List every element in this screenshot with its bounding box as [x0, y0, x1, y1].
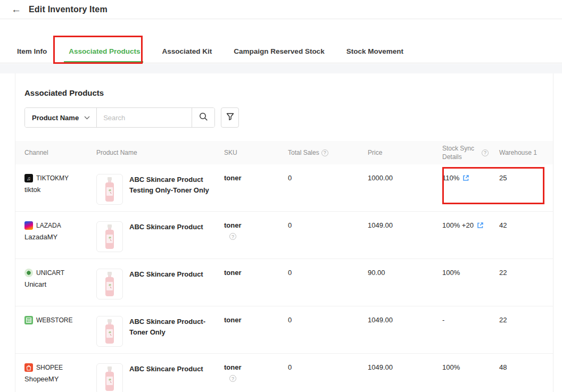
tabs-bar: Item Info Associated Products Associated… — [0, 19, 562, 63]
tab-item-info[interactable]: Item Info — [17, 47, 47, 55]
tab-associated-kit[interactable]: Associated Kit — [162, 47, 212, 55]
channel-cell: SHOPEE ShopeeMY — [15, 354, 96, 389]
channel-cell: ♫ TIKTOKMY tiktok — [15, 164, 96, 200]
search-input[interactable] — [97, 108, 192, 127]
sku-cell: toner — [224, 306, 288, 330]
filter-button[interactable] — [221, 107, 239, 128]
external-link-icon[interactable] — [462, 174, 469, 181]
price-cell: 1000.00 — [368, 164, 442, 188]
product-image — [96, 316, 123, 347]
sku-cell: toner ? — [224, 212, 288, 246]
tiktok-icon: ♫ — [24, 174, 33, 182]
warehouse1-cell: 22 — [499, 259, 554, 283]
channel-code: SHOPEE — [36, 364, 63, 371]
channel-code: LAZADA — [36, 222, 61, 229]
search-button[interactable] — [192, 108, 214, 127]
price-cell: 1049.00 — [368, 354, 442, 378]
search-field-value: Product Name — [32, 114, 79, 122]
search-field-select[interactable]: Product Name — [25, 108, 97, 127]
store-name: tiktok — [24, 186, 92, 194]
product-name-link[interactable]: ABC Skincare Product — [129, 221, 203, 252]
product-image — [96, 221, 123, 252]
table-row: SHOPEE ShopeeMY ABC Skincare Product ton… — [15, 354, 553, 392]
product-name-link[interactable]: ABC Skincare Product-Toner Only — [129, 316, 217, 347]
channel-code: UNICART — [36, 269, 64, 277]
total-sales-cell: 0 — [288, 212, 368, 236]
channel-cell: WEBSTORE — [15, 306, 96, 331]
channel-code: WEBSTORE — [36, 316, 72, 324]
total-sales-cell: 0 — [288, 259, 368, 283]
total-sales-cell: 0 — [288, 306, 368, 330]
webstore-icon — [24, 316, 33, 324]
product-cell: ABC Skincare Product — [96, 259, 224, 306]
filter-funnel-icon — [226, 113, 234, 123]
price-cell: 1049.00 — [368, 306, 442, 330]
store-name: Unicart — [24, 280, 92, 288]
product-name-link[interactable]: ABC Skincare Product Testing Only-Toner … — [129, 174, 217, 205]
help-icon[interactable]: ? — [229, 375, 236, 382]
tab-stock-movement[interactable]: Stock Movement — [346, 47, 403, 55]
product-image — [96, 363, 123, 392]
col-header-warehouse-1: Warehouse 1 — [499, 145, 554, 160]
sku-cell: toner — [224, 259, 288, 283]
store-name: ShopeeMY — [24, 375, 92, 383]
lazada-icon — [24, 221, 33, 230]
channel-cell: LAZADA LazadaMY — [15, 212, 96, 247]
total-sales-cell: 0 — [288, 164, 368, 188]
channel-code: TIKTOKMY — [36, 174, 69, 182]
col-header-channel: Channel — [15, 145, 96, 160]
product-image — [96, 174, 123, 205]
help-icon[interactable]: ? — [229, 233, 236, 240]
stock-sync-cell: 100% — [442, 259, 499, 283]
table-header-row: Channel Product Name SKU Total Sales ? P… — [15, 141, 553, 164]
table-row: UNICART Unicart ABC Skincare Product ton… — [15, 259, 553, 306]
panel-title: Associated Products — [24, 88, 553, 97]
page-title: Edit Inventory Item — [29, 5, 108, 14]
search-toolbar: Product Name — [24, 107, 553, 128]
col-header-sku: SKU — [224, 145, 288, 160]
edit-inventory-page: ← Edit Inventory Item Item Info Associat… — [0, 0, 562, 392]
store-name: LazadaMY — [24, 233, 92, 241]
stock-sync-cell: 100% — [442, 354, 499, 378]
associated-products-panel: Associated Products Product Name — [15, 73, 553, 392]
external-link-icon[interactable] — [477, 222, 484, 229]
search-icon — [199, 112, 208, 123]
help-icon[interactable]: ? — [321, 149, 328, 156]
col-header-stock-sync: Stock Sync Details ? — [442, 141, 499, 164]
back-arrow-icon[interactable]: ← — [11, 4, 21, 14]
product-cell: ABC Skincare Product Testing Only-Toner … — [96, 164, 224, 211]
warehouse1-cell: 25 — [499, 164, 554, 188]
tab-campaign-reserved-stock[interactable]: Campaign Reserved Stock — [234, 47, 324, 55]
col-header-product-name: Product Name — [96, 145, 224, 160]
warehouse1-cell: 48 — [499, 354, 554, 378]
product-cell: ABC Skincare Product — [96, 212, 224, 258]
help-icon[interactable]: ? — [482, 149, 489, 156]
table-row: LAZADA LazadaMY ABC Skincare Product ton… — [15, 212, 553, 259]
search-group: Product Name — [24, 107, 215, 128]
table-row: ♫ TIKTOKMY tiktok ABC Skincare Product T… — [15, 164, 553, 212]
top-header: ← Edit Inventory Item — [0, 0, 562, 19]
product-name-link[interactable]: ABC Skincare Product — [129, 269, 203, 299]
col-header-price: Price — [368, 145, 442, 160]
product-cell: ABC Skincare Product — [96, 354, 224, 392]
warehouse1-cell: 42 — [499, 212, 554, 236]
warehouse1-cell: 22 — [499, 306, 554, 330]
stock-sync-cell: - — [442, 306, 499, 330]
stock-sync-cell: 100% +20 — [442, 212, 499, 236]
channel-cell: UNICART Unicart — [15, 259, 96, 295]
col-header-total-sales: Total Sales ? — [288, 145, 368, 160]
sku-cell: toner ? — [224, 354, 288, 388]
product-cell: ABC Skincare Product-Toner Only — [96, 306, 224, 353]
sku-cell: toner — [224, 164, 288, 188]
stock-sync-cell: 110% — [442, 164, 499, 188]
price-cell: 1049.00 — [368, 212, 442, 236]
product-name-link[interactable]: ABC Skincare Product — [129, 363, 203, 392]
price-cell: 90.00 — [368, 259, 442, 283]
unicart-icon — [24, 269, 33, 277]
table-row: WEBSTORE ABC Skincare Product-Toner Only… — [15, 306, 553, 354]
shopee-icon — [24, 363, 33, 372]
chevron-down-icon — [84, 116, 90, 120]
total-sales-cell: 0 — [288, 354, 368, 378]
section-divider-band — [0, 64, 562, 73]
tab-associated-products[interactable]: Associated Products — [69, 47, 140, 55]
